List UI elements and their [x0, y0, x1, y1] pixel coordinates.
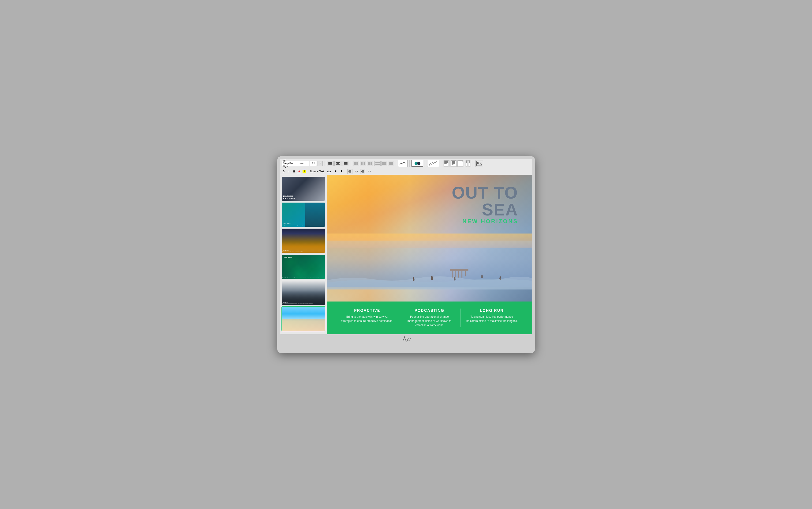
- slide-thumb-2[interactable]: EXCELLENCE Bring to the table win-win su…: [282, 203, 325, 227]
- svg-rect-30: [458, 271, 459, 277]
- font-size-down-btn[interactable]: ▼: [318, 161, 323, 166]
- layout-btn2[interactable]: [360, 161, 366, 166]
- text-color-btn[interactable]: A: [297, 170, 301, 173]
- banner-col3-title: LONG RUN: [466, 309, 518, 313]
- slide4-text: TEAM WORK: [283, 256, 292, 258]
- slide-subtitle: NEW HORIZONS: [452, 218, 518, 225]
- doc-icon1[interactable]: [443, 160, 449, 167]
- align-center-btn[interactable]: [334, 161, 341, 166]
- svg-rect-31: [462, 271, 463, 277]
- font-size-box[interactable]: 12: [310, 161, 317, 166]
- indent-spacing2: 0pt: [367, 170, 372, 173]
- theme-group: [411, 160, 425, 167]
- slide-title-line1: OUT TO: [452, 184, 518, 201]
- svg-point-24: [481, 275, 482, 276]
- slide2-desc: Bring to the table win-win survival stra…: [283, 225, 310, 226]
- slide-title-area: OUT TO SEA NEW HORIZONS: [452, 184, 518, 225]
- monitor: HP Simplified Light 12 ▼: [277, 156, 535, 353]
- svg-point-3: [432, 162, 433, 163]
- slide5-text: GLOBAL: [283, 302, 289, 304]
- scatter-group: [427, 160, 441, 167]
- slide-thumb-6[interactable]: [282, 307, 325, 331]
- indent-decrease-btn[interactable]: [347, 169, 353, 174]
- font-dropdown-arrow[interactable]: [296, 162, 308, 165]
- circle-dark-icon: [417, 162, 420, 165]
- toolbar-row1: HP Simplified Light 12 ▼: [280, 159, 532, 168]
- layout-btn1[interactable]: [353, 161, 359, 166]
- slide-panel: BRINGING UPA NEW CHANGE EXCELLENCE Bring…: [280, 175, 327, 334]
- doc-icon3[interactable]: [457, 160, 464, 167]
- slide1-text: BRINGING UPA NEW CHANGE: [283, 195, 295, 199]
- banner-col1-title: PROACTIVE: [341, 309, 394, 313]
- slide-thumb-5[interactable]: GLOBAL We are a global business projects…: [282, 281, 325, 305]
- svg-rect-32: [465, 271, 466, 276]
- banner-col-proactive: PROACTIVE Bring to the table win-win sur…: [336, 309, 399, 327]
- layout-btn5[interactable]: [381, 161, 387, 166]
- svg-rect-27: [450, 269, 468, 271]
- slide3-text: CITATION: [283, 249, 289, 252]
- align-left-btn[interactable]: [327, 161, 334, 166]
- superscript-btn[interactable]: A²: [334, 170, 338, 173]
- bold-btn[interactable]: B: [282, 170, 286, 173]
- svg-point-1: [430, 163, 431, 164]
- slide-thumb-1[interactable]: BRINGING UPA NEW CHANGE: [282, 177, 325, 201]
- align-group: [327, 161, 351, 166]
- layout-btn6[interactable]: [388, 161, 394, 166]
- green-banner: PROACTIVE Bring to the table win-win sur…: [327, 302, 532, 334]
- surfers-silhouette: [327, 262, 532, 290]
- monitor-stand: ℎ𝑝: [280, 335, 532, 344]
- font-selector[interactable]: HP Simplified Light: [282, 161, 309, 166]
- toolbar-row2: B I U A A Normal Text abc A² A₁ 0pt: [280, 168, 532, 175]
- theme-color-btn[interactable]: [411, 160, 423, 167]
- normal-text-btn[interactable]: Normal Text: [309, 170, 325, 173]
- svg-point-19: [431, 277, 433, 280]
- svg-point-18: [413, 277, 414, 278]
- banner-col2-title: PODCASTING: [403, 309, 456, 313]
- subscript-btn[interactable]: A₁: [340, 170, 344, 173]
- slide-canvas: OUT TO SEA NEW HORIZONS PROACTIVE Bring …: [327, 175, 532, 334]
- banner-col-podcasting: PODCASTING Podcasting operational change…: [398, 309, 461, 327]
- slide-title-line2: SEA: [452, 201, 518, 218]
- image-icon[interactable]: [475, 160, 483, 167]
- line-chart-icon[interactable]: [398, 160, 408, 167]
- svg-text:ℎ𝑝: ℎ𝑝: [402, 336, 411, 342]
- abc-btn[interactable]: abc: [326, 170, 333, 173]
- indent-increase-btn[interactable]: [360, 169, 365, 174]
- svg-rect-29: [455, 271, 455, 277]
- layout-group: [353, 161, 396, 166]
- font-name-group: HP Simplified Light 12 ▼: [282, 161, 325, 166]
- main-area: BRINGING UPA NEW CHANGE EXCELLENCE Bring…: [280, 175, 532, 334]
- svg-point-17: [412, 278, 414, 281]
- underline-btn[interactable]: U: [292, 170, 296, 173]
- banner-col1-text: Bring to the table win-win survival stra…: [341, 315, 394, 323]
- highlight-btn[interactable]: A: [302, 170, 306, 173]
- screen: HP Simplified Light 12 ▼: [280, 159, 532, 334]
- doc-group: [443, 160, 473, 167]
- chart-group: [398, 160, 410, 167]
- svg-rect-28: [452, 271, 453, 277]
- doc-icon2[interactable]: [450, 160, 457, 167]
- banner-col-longrun: LONG RUN Taking seamless key performance…: [461, 309, 523, 327]
- font-name-label: HP Simplified Light: [283, 159, 296, 168]
- svg-rect-9: [476, 161, 482, 166]
- svg-point-20: [431, 276, 432, 277]
- slide-thumb-3[interactable]: CITATION Simply dummy text of the printi…: [282, 229, 325, 253]
- svg-point-0: [429, 164, 430, 165]
- font-size-value: 12: [312, 162, 315, 165]
- banner-col3-text: Taking seamless key performance indicato…: [466, 315, 518, 323]
- svg-point-26: [500, 276, 501, 277]
- align-right-btn[interactable]: [342, 161, 349, 166]
- banner-col2-text: Podcasting operational change management…: [403, 315, 456, 327]
- doc-icon4[interactable]: [465, 160, 471, 167]
- layout-btn4[interactable]: [374, 161, 380, 166]
- image-group: [475, 160, 485, 167]
- slide-thumb-4[interactable]: TEAM WORK Bring to the table win-win sur…: [282, 254, 325, 279]
- scatter-chart-icon[interactable]: [427, 160, 439, 167]
- layout-btn3[interactable]: [367, 161, 373, 166]
- slide4-desc: Bring to the table win-win survival stra…: [283, 277, 320, 278]
- hp-logo: ℎ𝑝: [401, 335, 411, 344]
- indent-spacing1: 0pt: [354, 170, 359, 173]
- slide2-text: EXCELLENCE: [283, 223, 291, 225]
- italic-btn[interactable]: I: [287, 170, 291, 173]
